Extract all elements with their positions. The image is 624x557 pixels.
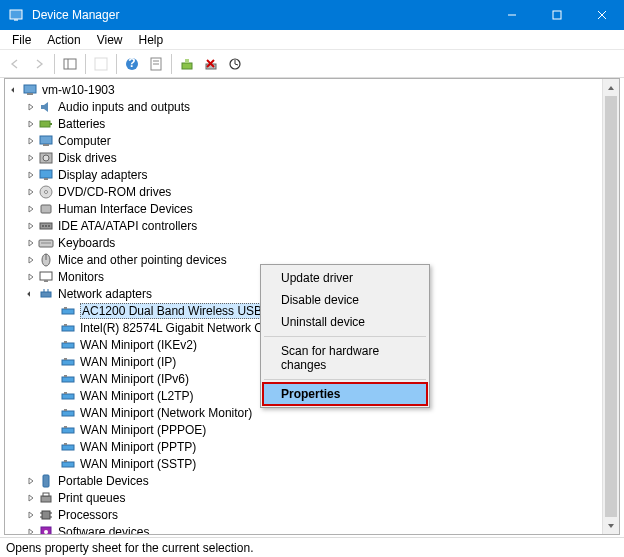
toolbar-button[interactable] bbox=[90, 53, 112, 75]
tree-category-label: Human Interface Devices bbox=[58, 202, 193, 216]
tree-category[interactable]: Processors bbox=[5, 506, 619, 523]
expand-arrow-icon[interactable] bbox=[25, 152, 37, 164]
ctx-properties[interactable]: Properties bbox=[263, 383, 427, 405]
tree-category[interactable]: Print queues bbox=[5, 489, 619, 506]
expand-arrow-icon[interactable] bbox=[25, 203, 37, 215]
tree-category-label: DVD/CD-ROM drives bbox=[58, 185, 171, 199]
scroll-down-icon[interactable] bbox=[603, 517, 619, 534]
svg-rect-49 bbox=[64, 324, 67, 326]
window-title: Device Manager bbox=[32, 8, 489, 22]
tree-category[interactable]: Display adapters bbox=[5, 166, 619, 183]
expand-arrow-icon[interactable] bbox=[25, 220, 37, 232]
svg-rect-25 bbox=[43, 144, 49, 146]
maximize-button[interactable] bbox=[534, 0, 579, 30]
tree-category[interactable]: Audio inputs and outputs bbox=[5, 98, 619, 115]
expand-arrow-icon[interactable] bbox=[25, 186, 37, 198]
toolbar-separator bbox=[116, 54, 117, 74]
back-button[interactable] bbox=[4, 53, 26, 75]
help-button[interactable]: ? bbox=[121, 53, 143, 75]
ctx-scan-hardware[interactable]: Scan for hardware changes bbox=[263, 340, 427, 376]
svg-rect-8 bbox=[95, 58, 107, 70]
tree-device[interactable]: WAN Miniport (PPPOE) bbox=[5, 421, 619, 438]
tree-root[interactable]: vm-w10-1903 bbox=[5, 81, 619, 98]
tree-category[interactable]: Disk drives bbox=[5, 149, 619, 166]
nic-icon bbox=[60, 405, 76, 421]
menu-help[interactable]: Help bbox=[131, 32, 172, 48]
expand-arrow-icon[interactable] bbox=[25, 118, 37, 130]
ctx-disable-device[interactable]: Disable device bbox=[263, 289, 427, 311]
minimize-button[interactable] bbox=[489, 0, 534, 30]
ctx-update-driver[interactable]: Update driver bbox=[263, 267, 427, 289]
toolbar-separator bbox=[171, 54, 172, 74]
expand-arrow-icon[interactable] bbox=[25, 475, 37, 487]
show-hide-button[interactable] bbox=[59, 53, 81, 75]
context-menu-separator bbox=[264, 336, 426, 337]
expand-arrow-icon[interactable] bbox=[25, 237, 37, 249]
svg-rect-47 bbox=[64, 307, 67, 309]
app-icon bbox=[8, 7, 24, 23]
scroll-up-icon[interactable] bbox=[603, 79, 619, 96]
svg-rect-29 bbox=[44, 178, 48, 180]
scrollbar-track[interactable] bbox=[603, 96, 619, 517]
scrollbar-thumb[interactable] bbox=[605, 96, 617, 517]
uninstall-button[interactable] bbox=[200, 53, 222, 75]
context-menu: Update driver Disable device Uninstall d… bbox=[260, 264, 430, 408]
tree-category[interactable]: Human Interface Devices bbox=[5, 200, 619, 217]
expand-arrow-icon[interactable] bbox=[25, 101, 37, 113]
svg-point-75 bbox=[44, 530, 48, 534]
svg-rect-1 bbox=[14, 19, 18, 21]
properties-button[interactable] bbox=[145, 53, 167, 75]
ide-icon bbox=[38, 218, 54, 234]
scan-hardware-button[interactable] bbox=[224, 53, 246, 75]
vertical-scrollbar[interactable] bbox=[602, 79, 619, 534]
tree-device[interactable]: WAN Miniport (PPTP) bbox=[5, 438, 619, 455]
svg-rect-42 bbox=[44, 280, 48, 282]
tree-category[interactable]: Computer bbox=[5, 132, 619, 149]
tree-category[interactable]: DVD/CD-ROM drives bbox=[5, 183, 619, 200]
tree-category-label: Print queues bbox=[58, 491, 125, 505]
tree-category[interactable]: Keyboards bbox=[5, 234, 619, 251]
tree-device[interactable]: WAN Miniport (SSTP) bbox=[5, 455, 619, 472]
computer-icon bbox=[22, 82, 38, 98]
expand-arrow-icon[interactable] bbox=[25, 288, 37, 300]
svg-rect-58 bbox=[62, 411, 74, 416]
tree-category-label: Display adapters bbox=[58, 168, 147, 182]
expand-arrow-icon[interactable] bbox=[25, 492, 37, 504]
menu-action[interactable]: Action bbox=[39, 32, 88, 48]
expand-arrow-icon[interactable] bbox=[25, 254, 37, 266]
tree-category-label: Processors bbox=[58, 508, 118, 522]
expand-arrow-icon[interactable] bbox=[25, 509, 37, 521]
expand-arrow-icon[interactable] bbox=[25, 271, 37, 283]
svg-rect-67 bbox=[41, 496, 51, 502]
update-driver-button[interactable] bbox=[176, 53, 198, 75]
ctx-uninstall-device[interactable]: Uninstall device bbox=[263, 311, 427, 333]
svg-rect-32 bbox=[41, 205, 51, 213]
status-text: Opens property sheet for the current sel… bbox=[6, 541, 253, 555]
tree-category[interactable]: Software devices bbox=[5, 523, 619, 535]
forward-button[interactable] bbox=[28, 53, 50, 75]
svg-point-35 bbox=[45, 225, 47, 227]
svg-rect-61 bbox=[64, 426, 67, 428]
expand-arrow-icon[interactable] bbox=[25, 169, 37, 181]
tree-category[interactable]: IDE ATA/ATAPI controllers bbox=[5, 217, 619, 234]
svg-rect-62 bbox=[62, 445, 74, 450]
close-button[interactable] bbox=[579, 0, 624, 30]
portable-icon bbox=[38, 473, 54, 489]
tree-category[interactable]: Portable Devices bbox=[5, 472, 619, 489]
menu-view[interactable]: View bbox=[89, 32, 131, 48]
context-menu-separator bbox=[264, 379, 426, 380]
menu-file[interactable]: File bbox=[4, 32, 39, 48]
tree-device-label: WAN Miniport (PPPOE) bbox=[80, 423, 206, 437]
tree-category-label: Keyboards bbox=[58, 236, 115, 250]
expand-arrow-icon[interactable] bbox=[25, 135, 37, 147]
svg-rect-68 bbox=[43, 493, 49, 496]
expand-arrow-icon[interactable] bbox=[25, 526, 37, 536]
tree-category-label: Monitors bbox=[58, 270, 104, 284]
tree-category-label: Portable Devices bbox=[58, 474, 149, 488]
tree-category[interactable]: Batteries bbox=[5, 115, 619, 132]
expand-arrow-icon[interactable] bbox=[9, 84, 21, 96]
nic-icon bbox=[60, 456, 76, 472]
nic-icon bbox=[60, 388, 76, 404]
svg-rect-48 bbox=[62, 326, 74, 331]
nic-icon bbox=[60, 422, 76, 438]
